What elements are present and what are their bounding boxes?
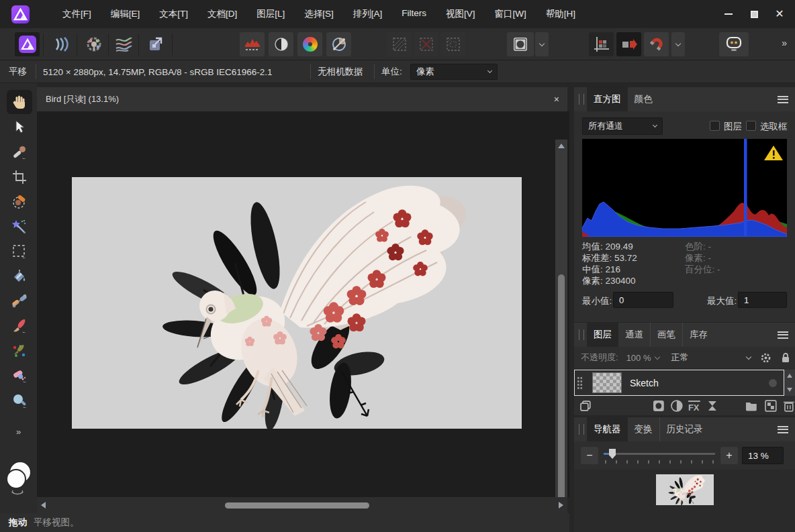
tab-history[interactable]: 历史记录 [659,417,710,441]
white-balance-button[interactable] [326,32,351,56]
layer-effects-icon[interactable]: FX [687,399,702,413]
mask-layer-icon[interactable] [652,399,665,413]
lock-icon[interactable] [781,352,790,364]
min-value-input[interactable]: 0 [613,292,673,308]
menu-arrange[interactable]: 排列[A] [353,8,383,20]
gear-icon[interactable] [760,352,771,364]
menu-help[interactable]: 帮助[H] [546,8,575,20]
zoom-slider[interactable] [604,447,715,464]
paint-brush-tool[interactable] [7,314,32,338]
horizontal-scrollbar[interactable] [37,497,567,513]
panel-menu-icon[interactable] [778,331,788,339]
quick-mask-dropdown[interactable] [535,32,549,56]
menu-layer[interactable]: 图层[L] [256,8,285,20]
layer-visibility-toggle[interactable] [769,379,777,387]
blur-tool[interactable] [7,388,32,413]
selection-brush-tool[interactable] [7,190,32,214]
flood-select-tool[interactable] [7,215,32,239]
color-swatches[interactable] [4,459,34,499]
unit-dropdown[interactable]: 像素 [410,64,498,80]
levels-adjustment-button[interactable] [240,32,265,56]
flood-fill-tool[interactable] [7,264,32,288]
select-all-button[interactable] [387,32,412,56]
move-tool[interactable] [7,115,32,139]
vertical-scrollbar[interactable] [555,140,567,497]
force-pixel-alignment-button[interactable] [589,32,614,56]
tone-mapping-persona-button[interactable] [111,32,136,56]
quick-mask-button[interactable] [507,32,534,56]
duplicate-layer-icon[interactable] [579,399,593,413]
zoom-in-button[interactable]: + [720,447,738,464]
color-picker-tool[interactable] [7,140,32,164]
zoom-slider-thumb[interactable] [609,449,616,459]
menu-window[interactable]: 窗口[W] [495,8,526,20]
delete-layer-icon[interactable] [783,399,795,413]
maximize-button[interactable] [749,9,759,19]
panel-drag-handle[interactable] [579,94,584,105]
toolbar-overflow-icon[interactable]: » [782,38,787,48]
view-tool[interactable] [7,90,32,114]
vertical-scrollbar-thumb[interactable] [558,274,565,497]
bw-adjustment-button[interactable] [269,32,293,56]
snapping-button[interactable] [644,32,669,56]
new-pattern-layer-icon[interactable] [764,399,778,413]
panel-menu-icon[interactable] [778,96,788,103]
menu-filters[interactable]: Filters [402,8,426,20]
menu-edit[interactable]: 编辑[E] [111,8,140,20]
opacity-value[interactable]: 100 % [626,353,651,363]
max-value-input[interactable]: 1 [738,292,787,308]
color-replacement-brush-tool[interactable] [7,339,32,363]
group-layers-icon[interactable] [745,399,758,413]
tab-close-icon[interactable]: × [554,94,559,105]
navigator-thumbnail[interactable] [656,474,714,505]
tab-transform[interactable]: 变换 [628,417,659,441]
layer-row[interactable]: Sketch [574,370,784,396]
menu-text[interactable]: 文本[T] [159,8,188,20]
canvas-viewport[interactable] [37,111,569,497]
gradient-tool[interactable] [7,289,32,313]
liquify-persona-button[interactable] [48,32,73,56]
minimize-button[interactable] [724,9,733,19]
marquee-checkbox[interactable] [746,121,756,131]
export-persona-button[interactable] [142,32,167,56]
tab-histogram[interactable]: 直方图 [587,87,628,111]
move-by-whole-pixels-button[interactable] [616,32,641,56]
invert-selection-button[interactable] [440,32,465,56]
panel-drag-handle[interactable] [579,424,584,435]
close-button[interactable]: ✕ [775,9,784,19]
tab-color[interactable]: 颜色 [628,87,659,111]
deselect-button[interactable] [414,32,438,56]
photo-persona-button[interactable] [15,32,40,56]
develop-persona-button[interactable] [81,32,106,56]
horizontal-scrollbar-thumb[interactable] [225,502,369,509]
marquee-select-tool[interactable] [7,240,32,264]
assistant-button[interactable] [719,32,749,56]
menu-document[interactable]: 文档[D] [207,8,237,20]
blend-mode-value[interactable]: 正常 [671,352,689,364]
layer-list-scrollbar[interactable] [784,370,795,396]
live-filter-icon[interactable] [707,399,718,413]
tab-navigator[interactable]: 导航器 [587,417,628,441]
adjustment-layer-icon[interactable] [670,399,684,413]
crop-tool[interactable] [7,165,32,189]
panel-drag-handle[interactable] [579,329,584,340]
snapping-dropdown[interactable] [671,32,685,56]
menu-file[interactable]: 文件[F] [62,8,91,20]
tab-brushes[interactable]: 画笔 [650,323,682,347]
tab-channels[interactable]: 通道 [618,323,650,347]
tab-stock[interactable]: 库存 [682,323,714,347]
channel-dropdown[interactable]: 所有通道 [582,117,663,135]
tools-overflow-icon[interactable]: » [0,427,37,437]
zoom-out-button[interactable]: − [581,447,598,464]
zoom-value-input[interactable]: 13 % [742,447,784,464]
panel-menu-icon[interactable] [778,426,788,433]
document-tab[interactable]: Bird [只读] (13.1%) × [37,87,567,111]
navigator-preview-area[interactable] [574,470,795,532]
erase-brush-tool[interactable] [7,364,32,388]
tab-layers[interactable]: 图层 [587,323,618,347]
layer-checkbox[interactable] [710,121,720,131]
menu-select[interactable]: 选择[S] [304,8,334,20]
color-wheel-button[interactable] [297,32,322,56]
menu-view[interactable]: 视图[V] [446,8,475,20]
layer-thumbnail[interactable] [592,372,622,393]
